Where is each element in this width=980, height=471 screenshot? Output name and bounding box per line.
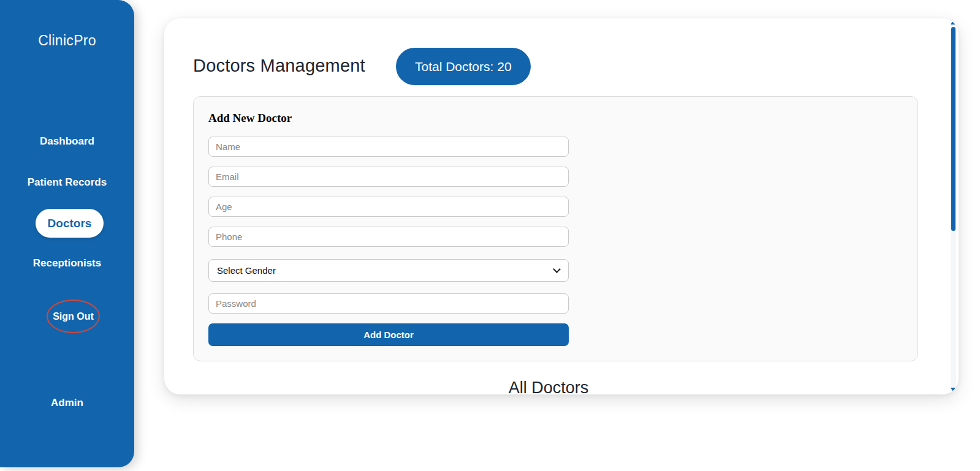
- main-content-card: Doctors Management Total Doctors: 20 Add…: [164, 18, 959, 394]
- scrollbar-up-icon[interactable]: [951, 21, 955, 24]
- sidebar-item-patient-records[interactable]: Patient Records: [0, 176, 134, 189]
- phone-input[interactable]: [208, 227, 569, 247]
- age-input[interactable]: [208, 197, 569, 217]
- name-input[interactable]: [208, 137, 569, 157]
- gender-select[interactable]: Select Gender: [208, 259, 569, 282]
- all-doctors-heading: All Doctors: [164, 379, 933, 394]
- form-title: Add New Doctor: [208, 111, 292, 125]
- page: ClinicPro Dashboard Patient Records Doct…: [0, 0, 980, 471]
- brand-logo: ClinicPro: [0, 32, 134, 49]
- sidebar-item-doctors-label: Doctors: [48, 217, 92, 230]
- scrollbar-thumb[interactable]: [951, 27, 955, 231]
- scrollbar-down-icon[interactable]: [951, 388, 955, 391]
- total-doctors-badge: Total Doctors: 20: [396, 48, 531, 85]
- sidebar-admin-label: Admin: [0, 397, 134, 409]
- password-input[interactable]: [208, 293, 569, 314]
- page-title: Doctors Management: [193, 56, 365, 76]
- email-input[interactable]: [208, 167, 569, 187]
- sign-out-button[interactable]: Sign Out: [47, 300, 100, 333]
- sidebar-item-receptionists[interactable]: Receptionists: [0, 257, 134, 269]
- sign-out-label: Sign Out: [53, 311, 94, 322]
- add-doctor-form-panel: Add New Doctor Select Gender Add Doctor: [193, 96, 918, 361]
- sidebar: ClinicPro Dashboard Patient Records Doct…: [0, 0, 134, 467]
- gender-select-wrapper: Select Gender: [208, 259, 569, 282]
- add-doctor-button[interactable]: Add Doctor: [208, 323, 569, 346]
- scrollbar[interactable]: [951, 20, 956, 392]
- sidebar-item-doctors-active[interactable]: Doctors: [36, 209, 104, 238]
- sidebar-item-dashboard[interactable]: Dashboard: [0, 135, 134, 148]
